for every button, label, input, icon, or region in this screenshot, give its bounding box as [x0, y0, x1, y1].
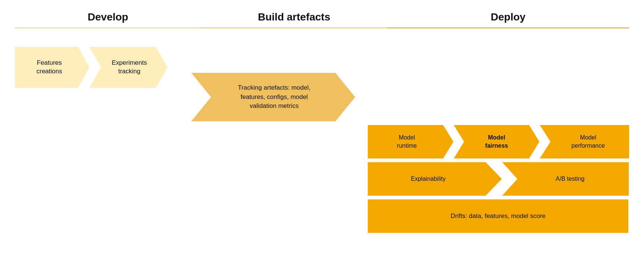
- build-section: Tracking artefacts: model, features, con…: [191, 43, 368, 279]
- ab-testing-label: A/B testing: [556, 175, 584, 183]
- chevron-tracking-artefacts: Tracking artefacts: model, features, con…: [191, 73, 355, 121]
- chevron-model-performance: Model performance: [540, 125, 629, 158]
- develop-column-header: Develop: [15, 11, 201, 28]
- deploy-section: Model runtime Model fairness Model perfo…: [368, 43, 629, 279]
- chevron-explainability: Explainability: [368, 162, 502, 196]
- deploy-row-1: Model runtime Model fairness Model perfo…: [368, 125, 629, 158]
- content-area: Features creations Experiments tracking …: [0, 28, 644, 279]
- develop-chevrons: Features creations Experiments tracking: [15, 47, 191, 88]
- build-column-header: Build artefacts: [201, 11, 387, 28]
- develop-title: Develop: [88, 11, 128, 23]
- deploy-row-3: Drifts: data, features, model score: [368, 199, 629, 233]
- explainability-label: Explainability: [411, 175, 446, 183]
- experiments-tracking-label: Experiments tracking: [112, 59, 147, 76]
- build-title: Build artefacts: [258, 11, 331, 23]
- features-creations-label: Features creations: [36, 59, 62, 76]
- drifts-label: Drifts: data, features, model score: [450, 212, 545, 221]
- main-container: Develop Build artefacts Deploy Features …: [0, 0, 644, 279]
- chevron-features-creations: Features creations: [15, 47, 89, 88]
- tracking-artefacts-label: Tracking artefacts: model, features, con…: [238, 83, 310, 111]
- chevron-model-runtime: Model runtime: [368, 125, 453, 158]
- model-performance-label: Model performance: [571, 134, 605, 150]
- chevron-drifts: Drifts: data, features, model score: [368, 199, 628, 233]
- chevron-experiments-tracking: Experiments tracking: [89, 47, 168, 88]
- chevron-ab-testing: A/B testing: [502, 162, 629, 196]
- develop-section: Features creations Experiments tracking: [15, 43, 191, 279]
- model-runtime-label: Model runtime: [397, 134, 417, 150]
- deploy-column-header: Deploy: [387, 11, 629, 28]
- deploy-row-2: Explainability A/B testing: [368, 162, 629, 196]
- chevron-model-fairness: Model fairness: [454, 125, 539, 158]
- model-fairness-label: Model fairness: [485, 134, 508, 150]
- deploy-title: Deploy: [491, 11, 525, 23]
